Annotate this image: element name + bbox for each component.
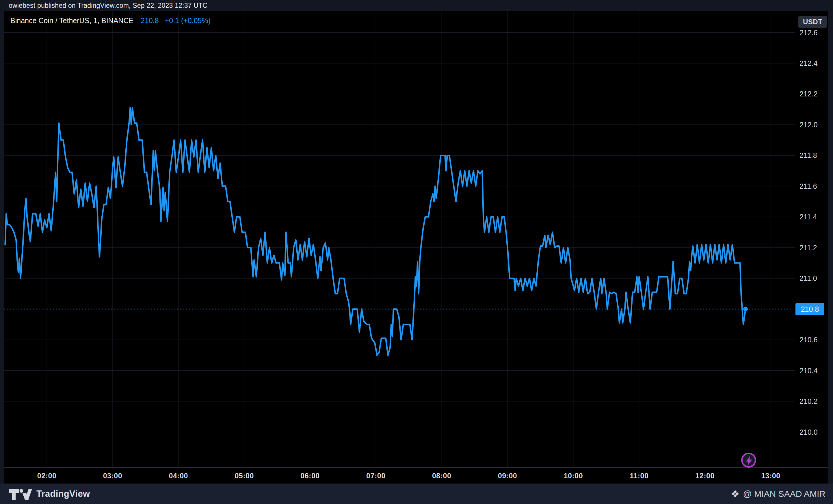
lightning-icon — [745, 456, 754, 466]
author-attribution: ❖ @ MIAN SAAD AMIR — [731, 483, 826, 504]
legend-last-price: 210.8 — [141, 17, 159, 25]
time-axis-label: 12:00 — [689, 471, 721, 480]
author-name: @ MIAN SAAD AMIR — [743, 489, 826, 499]
currency-unit-badge[interactable]: USDT — [798, 16, 827, 28]
price-series-line — [5, 108, 745, 355]
tradingview-logo-icon — [8, 487, 32, 501]
price-axis-label: 210.6 — [800, 335, 831, 344]
time-axis-label: 08:00 — [426, 471, 457, 480]
price-axis-label: 211.2 — [800, 243, 831, 252]
time-axis-label: 09:00 — [492, 471, 523, 480]
time-axis-label: 10:00 — [557, 471, 589, 480]
price-axis-label: 211.6 — [800, 182, 831, 191]
time-axis-label: 07:00 — [360, 471, 392, 480]
price-axis-label: 212.6 — [800, 28, 831, 37]
time-axis-label: 04:00 — [163, 471, 194, 480]
time-axis-label: 02:00 — [31, 471, 63, 480]
price-axis-separator — [795, 11, 795, 467]
time-axis-separator — [4, 467, 828, 468]
time-axis-label: 03:00 — [97, 471, 128, 480]
price-axis-label: 212.4 — [800, 59, 831, 68]
time-axis-label: 11:00 — [623, 471, 655, 480]
time-axis-label: 06:00 — [294, 471, 326, 480]
price-axis-label: 210.0 — [800, 428, 831, 436]
last-price-tag: 210.8 — [795, 303, 824, 315]
symbol-legend[interactable]: Binance Coin / TetherUS, 1, BINANCE 210.… — [10, 17, 211, 25]
price-axis-label: 210.2 — [800, 397, 831, 406]
price-axis-label: 211.8 — [800, 151, 831, 160]
binance-diamond-icon: ❖ — [731, 488, 739, 500]
price-axis-label: 211.4 — [800, 212, 831, 221]
footer-bar: TradingView ❖ @ MIAN SAAD AMIR — [0, 483, 833, 504]
tradingview-wordmark: TradingView — [37, 489, 90, 499]
symbol-title[interactable]: Binance Coin / TetherUS, 1, BINANCE — [10, 17, 134, 25]
last-price-dot — [743, 307, 748, 311]
legend-change: +0.1 (+0.05%) — [165, 17, 211, 25]
price-line-chart[interactable] — [0, 0, 833, 504]
tradingview-logo[interactable]: TradingView — [8, 483, 90, 504]
price-axis-label: 211.0 — [800, 274, 831, 283]
price-axis-label: 210.4 — [800, 366, 831, 375]
publish-idea-button[interactable] — [741, 453, 756, 468]
time-axis-label: 05:00 — [229, 471, 260, 480]
price-axis-label: 212.2 — [800, 90, 831, 98]
price-axis-label: 212.0 — [800, 120, 831, 129]
time-axis-label: 13:00 — [755, 471, 786, 480]
tradingview-screenshot: owiebest published on TradingView.com, S… — [0, 0, 833, 504]
